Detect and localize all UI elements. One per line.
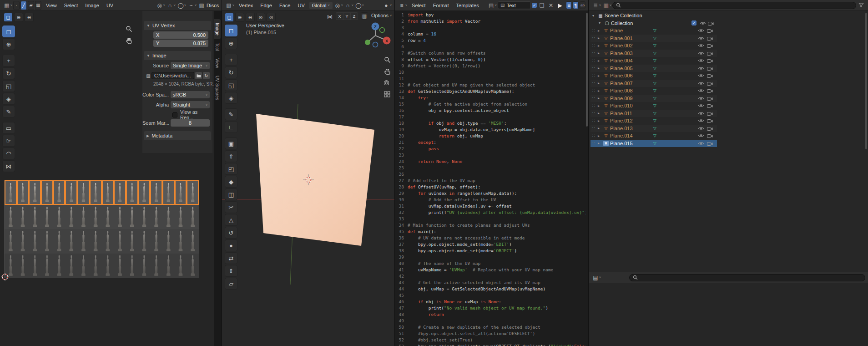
disable-render-toggle[interactable] (707, 43, 713, 48)
sprite-cell[interactable] (65, 205, 77, 229)
code-line[interactable]: 2from mathutils import Vector (395, 19, 585, 25)
disclosure-triangle-icon[interactable]: ▸ (598, 111, 602, 115)
outliner-row-collection[interactable]: ▾ ▢ Collection ✓ (590, 20, 717, 27)
sprite-cell[interactable] (175, 254, 187, 278)
menu-uv[interactable]: UV (103, 2, 117, 9)
menu-format[interactable]: Format (429, 2, 453, 9)
sprite-cell[interactable] (5, 205, 17, 229)
line-numbers-toggle[interactable]: ≡ (566, 1, 572, 9)
uv-select-mode-island-icon[interactable]: ▦ (35, 1, 41, 10)
tool-smooth[interactable]: ● (225, 239, 237, 251)
sprite-cell[interactable] (175, 205, 187, 229)
snap-magnet-icon[interactable]: ∩ (166, 1, 174, 10)
sprite-cell[interactable] (162, 229, 175, 254)
outliner-search-input[interactable] (612, 2, 856, 9)
sprite-cell[interactable] (77, 254, 90, 278)
collection-checkbox[interactable]: ✓ (691, 20, 696, 25)
disable-render-toggle[interactable] (707, 96, 713, 101)
sprite-cell[interactable] (29, 229, 41, 254)
code-line[interactable]: 34# Main function to create planes and a… (395, 223, 585, 229)
code-line[interactable]: 33 (395, 216, 585, 223)
hide-viewport-toggle[interactable] (698, 111, 704, 116)
code-line[interactable]: 22 pass (395, 146, 585, 153)
uv-island-selected[interactable] (126, 180, 138, 205)
pivot-point-icon[interactable]: ◎ (333, 1, 342, 10)
uv-island-selected[interactable] (77, 180, 90, 205)
sprite-cell[interactable] (41, 229, 53, 254)
disable-render-toggle[interactable] (707, 51, 713, 56)
image-name[interactable]: Discs (207, 3, 219, 8)
sprite-cell[interactable] (138, 254, 151, 278)
tool-loop-cut[interactable]: ◫ (225, 188, 237, 200)
sprite-cell[interactable] (187, 229, 199, 254)
uv-select-mode-face-icon[interactable]: ▰ (28, 1, 34, 10)
code-line[interactable]: 11 (395, 76, 585, 82)
code-line[interactable]: 27# Add offset to the UV map (395, 178, 585, 184)
code-line[interactable]: 47 print("No valid mesh object or UV map… (395, 305, 585, 312)
sprite-cell[interactable] (41, 254, 53, 278)
disable-render-toggle[interactable] (707, 81, 713, 86)
active-tool-icon[interactable]: ◻ (225, 13, 234, 22)
outliner-row-plane.006[interactable]: ∷ ▸ ▽ Plane.006 ▽ (590, 72, 717, 80)
tool-grab[interactable]: ☞ (2, 135, 15, 147)
code-line[interactable]: 31 uvMap.data[uvIndex].uv += offset (395, 204, 585, 210)
code-line[interactable]: 43 # Get the active selected object and … (395, 280, 585, 286)
falloff-curve-icon[interactable]: ~ (187, 1, 195, 10)
uv-island-selected[interactable] (29, 180, 41, 205)
menu-edge[interactable]: Edge (257, 2, 276, 9)
hide-viewport-toggle[interactable] (698, 103, 704, 108)
outliner-row-plane.003[interactable]: ∷ ▸ ▽ Plane.003 ▽ (590, 50, 717, 57)
disable-render-toggle[interactable] (707, 88, 713, 93)
uv-select-mode-edge-icon[interactable]: ╱ (20, 1, 27, 10)
mirror-z-button[interactable]: Z (351, 13, 358, 20)
options-button[interactable]: Options˅ (371, 13, 392, 18)
sprite-cell[interactable] (17, 205, 29, 229)
sprite-cell[interactable] (150, 254, 162, 278)
outliner-row-plane.010[interactable]: ∷ ▸ ▽ Plane.010 ▽ (590, 102, 717, 110)
sprite-cell[interactable] (77, 205, 90, 229)
sprite-cell[interactable] (162, 254, 175, 278)
sprite-cell[interactable] (114, 205, 126, 229)
text-scrollbar[interactable] (586, 13, 588, 127)
secondary-search-input[interactable] (629, 274, 865, 281)
code-line[interactable]: 17 (395, 114, 585, 121)
outliner-row-plane.013[interactable]: ∷ ▸ ▽ Plane.013 ▽ (590, 125, 717, 132)
tool-edge-slide[interactable]: ⇄ (225, 252, 237, 264)
sidebar-tab-uv-squares[interactable]: UV Squares (214, 72, 221, 104)
register-checkbox[interactable]: ✓ (532, 3, 537, 8)
menu-select[interactable]: Select (408, 2, 429, 9)
hide-viewport-toggle[interactable] (698, 81, 704, 86)
select-mode-new-button[interactable]: ◻ (4, 13, 13, 22)
uv-select-mode-vertex-icon[interactable]: ∙ (13, 1, 20, 10)
sprite-cell[interactable] (53, 254, 66, 278)
sprite-cell[interactable] (114, 229, 126, 254)
code-line[interactable]: 18 if obj and obj.type == 'MESH': (395, 121, 585, 127)
sprite-cell[interactable] (187, 205, 199, 229)
code-area[interactable]: 1import bpy2from mathutils import Vector… (395, 12, 585, 346)
disable-render-toggle[interactable] (707, 73, 713, 78)
sprite-cell[interactable] (90, 205, 102, 229)
outliner-row-plane.012[interactable]: ∷ ▸ ▽ Plane.012 ▽ (590, 117, 717, 125)
tool-cursor[interactable]: ⊕ (225, 37, 237, 49)
sprite-cell[interactable] (41, 205, 53, 229)
tool-shrink-fatten[interactable]: ⇕ (225, 265, 237, 277)
code-line[interactable]: 6 (395, 44, 585, 51)
editor-type-3d-icon[interactable]: ▧ (225, 1, 233, 10)
uv-island-selected[interactable] (138, 180, 151, 205)
disable-render-toggle[interactable] (707, 126, 713, 131)
disclosure-triangle-icon[interactable]: ▸ (598, 104, 602, 108)
tool-pinch[interactable]: ⋈ (2, 160, 15, 172)
editor-type-outliner-icon[interactable]: ≣ (591, 1, 600, 10)
hide-viewport-toggle[interactable] (698, 66, 704, 71)
editor-type-text-icon[interactable]: ≡ (398, 1, 406, 10)
sprite-cell[interactable] (162, 205, 175, 229)
code-line[interactable]: 41 uvMapName = 'UVMap' # Replace with yo… (395, 267, 585, 274)
disable-render-toggle[interactable] (707, 141, 713, 146)
camera-view-icon[interactable] (382, 78, 392, 88)
text-datablock-field[interactable]: ▤ Text (498, 1, 531, 9)
select-mode-extend-icon[interactable]: ⊕ (235, 13, 244, 22)
code-line[interactable]: 24 return None, None (395, 159, 585, 165)
tool-extrude[interactable]: ⇧ (225, 150, 237, 162)
run-script-button[interactable]: ▶ (556, 1, 564, 10)
image-path-field[interactable]: C:\Users\victo\... (151, 72, 194, 79)
